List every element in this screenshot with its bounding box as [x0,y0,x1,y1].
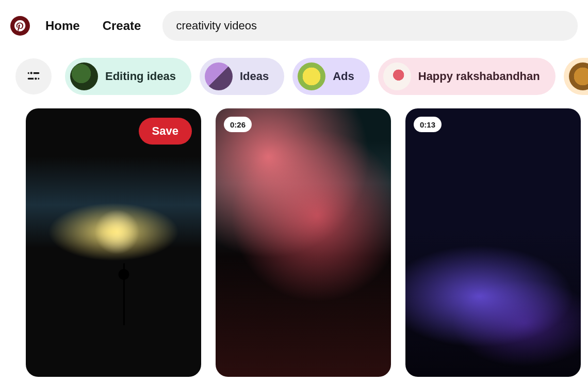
sliders-icon [27,70,40,83]
suggestion-chip-ads[interactable]: Ads [292,58,370,95]
svg-point-3 [34,77,38,81]
pin-image [26,108,201,377]
pin-card[interactable]: Save [26,108,201,377]
pin-card[interactable]: 0:13 [405,108,581,377]
nav-home[interactable]: Home [38,14,87,37]
suggestion-chip-row: Editing ideas Ideas Ads Happy rakshaband… [0,52,588,108]
chip-label: Happy rakshabandhan [418,70,540,83]
chip-label: Editing ideas [105,70,176,83]
video-duration-badge: 0:26 [224,117,252,132]
nav-create[interactable]: Create [95,14,149,37]
save-button[interactable]: Save [139,118,192,145]
suggestion-chip-editing-ideas[interactable]: Editing ideas [65,58,191,95]
video-duration-badge: 0:13 [414,117,442,132]
filter-button[interactable] [15,58,52,94]
suggestion-chip-happy-rakshabandhan[interactable]: Happy rakshabandhan [378,58,556,95]
top-header: Home Create [0,0,588,52]
chip-label: Ideas [240,70,269,83]
chip-thumb [383,62,411,90]
search-wrap [162,11,578,41]
suggestion-chip-ideas[interactable]: Ideas [200,58,284,95]
pin-card[interactable]: 0:26 [216,108,391,377]
svg-point-1 [29,71,33,75]
chip-thumb [298,62,325,90]
chip-thumb [70,62,98,90]
chip-thumb [569,62,588,90]
pin-image [405,108,581,377]
pinterest-logo[interactable] [10,16,30,36]
pinterest-icon [14,20,26,31]
pin-image [216,108,391,377]
suggestion-chip-partial[interactable]: Ra [564,58,588,95]
search-input[interactable] [162,11,578,41]
chip-label: Ads [333,70,354,83]
chip-thumb [205,62,233,90]
results-grid: Save 0:26 0:13 [0,108,588,377]
